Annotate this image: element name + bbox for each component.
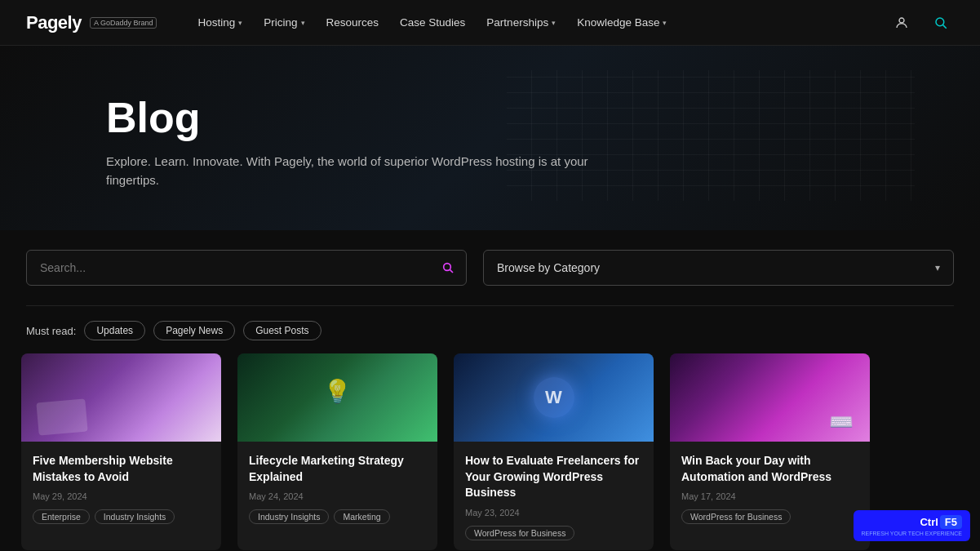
tag-industry-insights[interactable]: Industry Insights <box>95 509 175 524</box>
card-1-tags: Enterprise Industry Insights <box>33 509 210 524</box>
nav-partnerships[interactable]: Partnerships ▾ <box>478 11 564 33</box>
category-dropdown[interactable]: Browse by Category ▾ <box>483 250 954 286</box>
nav-knowledge-base[interactable]: Knowledge Base ▾ <box>569 11 675 33</box>
card-3-title: How to Evaluate Freelancers for Your Gro… <box>465 453 642 501</box>
user-icon[interactable] <box>889 10 915 36</box>
card-3-tags: WordPress for Business <box>465 526 642 540</box>
ctrlf5-badge: Ctrl F5 REFRESH YOUR TECH EXPERIENCE <box>854 510 970 541</box>
logo-badge: A GoDaddy Brand <box>90 17 157 29</box>
card-2[interactable]: Lifecycle Marketing Strategy Explained M… <box>237 353 437 550</box>
card-1-image <box>21 353 221 442</box>
search-icon[interactable] <box>928 10 954 36</box>
card-4-image <box>670 353 870 442</box>
tag-pagely-news[interactable]: Pagely News <box>153 321 235 340</box>
svg-line-2 <box>943 24 947 28</box>
hero-section: Blog Explore. Learn. Innovate. With Page… <box>0 46 980 230</box>
card-4[interactable]: Win Back your Day with Automation and Wo… <box>670 353 870 550</box>
tag-wp-for-business[interactable]: WordPress for Business <box>465 526 574 540</box>
card-4-body: Win Back your Day with Automation and Wo… <box>670 442 870 534</box>
nav-hosting[interactable]: Hosting ▾ <box>189 11 251 33</box>
nav-resources[interactable]: Resources <box>318 11 388 33</box>
chevron-down-icon: ▾ <box>301 19 305 27</box>
card-2-body: Lifecycle Marketing Strategy Explained M… <box>237 442 437 534</box>
chevron-down-icon: ▾ <box>663 19 667 27</box>
card-2-title: Lifecycle Marketing Strategy Explained <box>249 453 426 485</box>
ctrlf5-f5: F5 <box>940 515 962 529</box>
svg-point-3 <box>444 264 451 271</box>
card-2-image <box>237 353 437 442</box>
tag-updates[interactable]: Updates <box>84 321 145 340</box>
nav-pricing[interactable]: Pricing ▾ <box>255 11 313 33</box>
tag-guest-posts[interactable]: Guest Posts <box>243 321 321 340</box>
must-read-label: Must read: <box>26 325 76 337</box>
search-box <box>26 250 467 286</box>
blog-title: Blog <box>106 95 954 141</box>
card-2-tags: Industry Insights Marketing <box>249 509 426 524</box>
tag-wp-for-business-2[interactable]: WordPress for Business <box>681 509 791 524</box>
svg-point-1 <box>936 18 944 26</box>
card-4-title: Win Back your Day with Automation and Wo… <box>681 453 858 485</box>
svg-point-0 <box>899 18 904 23</box>
card-1[interactable]: Five Membership Website Mistakes to Avoi… <box>21 353 221 550</box>
search-input[interactable] <box>27 251 430 285</box>
ctrlf5-ctrl: Ctrl <box>920 516 938 528</box>
card-1-body: Five Membership Website Mistakes to Avoi… <box>21 442 221 534</box>
chevron-down-icon: ▾ <box>238 19 242 27</box>
logo[interactable]: Pagely A GoDaddy Brand <box>26 12 157 33</box>
chevron-down-icon: ▾ <box>935 262 940 273</box>
chevron-down-icon: ▾ <box>552 19 556 27</box>
hero-subtitle: Explore. Learn. Innovate. With Pagely, t… <box>106 153 596 189</box>
card-2-date: May 24, 2024 <box>249 491 426 501</box>
svg-line-4 <box>450 270 453 273</box>
category-label: Browse by Category <box>497 261 600 274</box>
card-4-tags: WordPress for Business <box>681 509 858 524</box>
card-3-body: How to Evaluate Freelancers for Your Gro… <box>454 442 654 550</box>
tag-marketing[interactable]: Marketing <box>334 509 389 524</box>
search-filter-row: Browse by Category ▾ <box>0 230 980 305</box>
navbar: Pagely A GoDaddy Brand Hosting ▾ Pricing… <box>0 0 980 46</box>
tag-industry-insights-2[interactable]: Industry Insights <box>249 509 329 524</box>
card-1-date: May 29, 2024 <box>33 491 210 501</box>
card-4-date: May 17, 2024 <box>681 491 858 501</box>
logo-text: Pagely <box>26 12 82 33</box>
search-submit-button[interactable] <box>430 250 466 286</box>
card-3-image <box>454 353 654 442</box>
card-1-title: Five Membership Website Mistakes to Avoi… <box>33 453 210 485</box>
nav-case-studies[interactable]: Case Studies <box>392 11 473 33</box>
card-3[interactable]: How to Evaluate Freelancers for Your Gro… <box>454 353 654 550</box>
nav-icons <box>889 10 954 36</box>
cards-row: Five Membership Website Mistakes to Avoi… <box>0 353 980 551</box>
card-3-date: May 23, 2024 <box>465 508 642 518</box>
nav-links: Hosting ▾ Pricing ▾ Resources Case Studi… <box>189 11 889 33</box>
ctrlf5-sub: REFRESH YOUR TECH EXPERIENCE <box>862 531 962 536</box>
must-read-row: Must read: Updates Pagely News Guest Pos… <box>0 306 980 353</box>
tag-enterprise[interactable]: Enterprise <box>33 509 90 524</box>
